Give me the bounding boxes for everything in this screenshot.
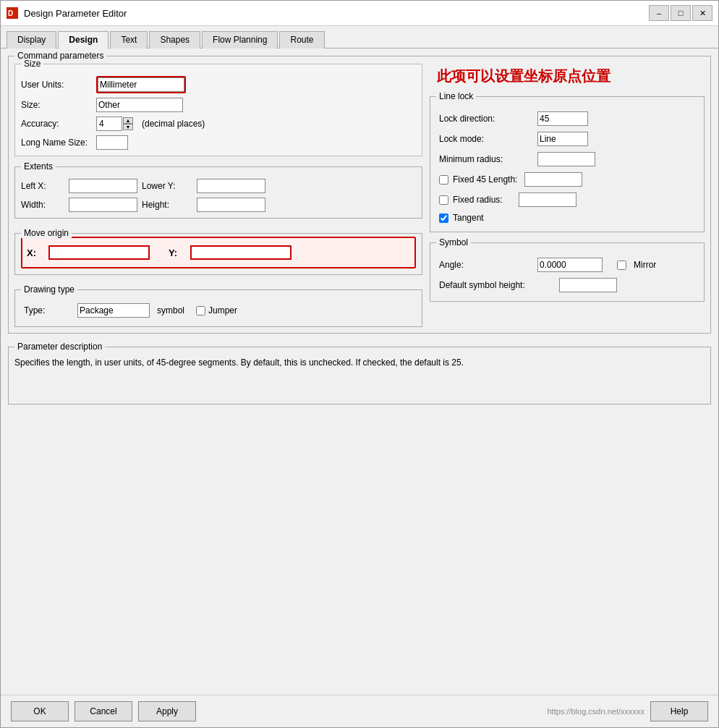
main-two-col: Size User Units: Millimeter Inch Mil xyxy=(14,64,705,327)
size-select[interactable]: Other A B C D E A0 A1 A2 A3 xyxy=(96,98,183,112)
type-select[interactable]: Package Module Board xyxy=(77,303,150,318)
fixed-radius-checkbox[interactable] xyxy=(439,195,448,205)
close-button[interactable]: ✕ xyxy=(692,5,712,21)
lock-mode-select[interactable]: Line Arc xyxy=(537,132,588,146)
type-label: Type: xyxy=(24,305,75,316)
tab-route[interactable]: Route xyxy=(279,31,324,48)
left-x-input[interactable]: -254.0000 xyxy=(69,179,137,193)
mirror-checkbox[interactable] xyxy=(617,261,626,270)
accuracy-row: Accuracy: 4 ▲ ▼ (decimal places) xyxy=(21,117,416,131)
tangent-checkbox[interactable] xyxy=(439,213,448,223)
angle-select-wrap[interactable]: 0.0000 45.0000 90.0000 180.0000 270.0000 xyxy=(537,258,603,272)
height-input[interactable]: 1778.0000 xyxy=(197,198,265,212)
lock-mode-label: Lock mode: xyxy=(439,134,533,144)
jumper-checkbox[interactable] xyxy=(196,306,205,316)
maximize-button[interactable]: □ xyxy=(671,5,691,21)
user-units-row: User Units: Millimeter Inch Mil xyxy=(21,76,416,93)
minimize-button[interactable]: – xyxy=(649,5,669,21)
default-height-input[interactable]: 3.8100 xyxy=(559,278,617,292)
tab-display[interactable]: Display xyxy=(7,31,56,48)
lock-dir-select[interactable]: 45 90 0 Any xyxy=(537,111,588,126)
y-input[interactable]: 0.00 xyxy=(190,245,292,260)
x-label: X: xyxy=(27,247,41,258)
fixed45-row: Fixed 45 Length: 0.6350 xyxy=(439,172,695,187)
accuracy-spin-btns: ▲ ▼ xyxy=(123,117,133,130)
x-input[interactable]: 0.00 xyxy=(48,245,150,260)
tab-content: Command parameters Size User Units: xyxy=(1,48,718,695)
fixed45-checkbox[interactable] xyxy=(439,175,448,185)
accuracy-label: Accuracy: xyxy=(21,119,93,129)
right-column: 此项可以设置坐标原点位置 Line lock Lock direction: 4… xyxy=(430,64,705,327)
fixed45-label: Fixed 45 Length: xyxy=(453,174,517,185)
user-units-label: User Units: xyxy=(21,80,93,90)
svg-text:D: D xyxy=(8,9,13,17)
bottom-bar: OK Cancel Apply https://blog.csdn.net/xx… xyxy=(1,695,718,727)
apply-button[interactable]: Apply xyxy=(138,701,196,721)
size-label: Size: xyxy=(21,100,93,110)
angle-select[interactable]: 0.0000 45.0000 90.0000 180.0000 270.0000 xyxy=(537,258,603,272)
long-name-label: Long Name Size: xyxy=(21,137,93,148)
width-label: Width: xyxy=(21,200,64,210)
height-label: Height: xyxy=(142,200,192,210)
accuracy-down-btn[interactable]: ▼ xyxy=(123,124,133,130)
size-group-label: Size xyxy=(21,59,43,69)
lower-y-label: Lower Y: xyxy=(142,181,192,191)
ok-button[interactable]: OK xyxy=(11,701,69,721)
param-desc-legend: Parameter description xyxy=(14,342,105,352)
line-lock-group: Line lock Lock direction: 45 90 0 Any xyxy=(430,96,705,232)
app-icon: D xyxy=(7,7,18,19)
annotation-text: 此项可以设置坐标原点位置 xyxy=(437,67,705,86)
move-origin-group: Move origin X: 0.00 Y: 0.00 xyxy=(14,233,422,275)
lock-dir-wrap[interactable]: 45 90 0 Any xyxy=(537,111,588,126)
size-row: Size: Other A B C D E A0 xyxy=(21,98,416,112)
accuracy-spin: 4 ▲ ▼ xyxy=(96,117,133,131)
fixed-radius-input[interactable]: 0.6350 xyxy=(519,192,577,207)
extents-row2: Width: 1778.0000 Height: 1778.0000 xyxy=(21,198,416,212)
size-select-wrap[interactable]: Other A B C D E A0 A1 A2 A3 xyxy=(96,98,183,112)
fixed45-input[interactable]: 0.6350 xyxy=(524,172,582,187)
lock-mode-row: Lock mode: Line Arc xyxy=(439,132,695,146)
cancel-button[interactable]: Cancel xyxy=(75,701,132,721)
drawing-type-label: Drawing type xyxy=(21,284,77,295)
tab-design[interactable]: Design xyxy=(58,31,109,48)
type-select-wrap[interactable]: Package Module Board xyxy=(77,303,150,318)
main-window: D Design Parameter Editor – □ ✕ Display … xyxy=(0,0,719,728)
lock-mode-wrap[interactable]: Line Arc xyxy=(537,132,588,146)
angle-row: Angle: 0.0000 45.0000 90.0000 180.0000 2… xyxy=(439,258,695,272)
help-button[interactable]: Help xyxy=(650,701,708,721)
drawing-type-group: Drawing type Type: Package Module Board xyxy=(14,289,422,327)
lock-dir-row: Lock direction: 45 90 0 Any xyxy=(439,111,695,126)
symbol-group-label: Symbol xyxy=(436,237,471,247)
user-units-select-wrap[interactable]: Millimeter Inch Mil xyxy=(96,76,186,93)
tangent-label: Tangent xyxy=(453,213,484,223)
mirror-label: Mirror xyxy=(634,260,656,270)
jumper-label: Jumper xyxy=(208,305,237,316)
y-label: Y: xyxy=(169,247,183,258)
tab-shapes[interactable]: Shapes xyxy=(149,31,200,48)
param-desc-text: Specifies the length, in user units, of … xyxy=(14,356,705,369)
title-bar-controls: – □ ✕ xyxy=(649,5,712,21)
accuracy-suffix: (decimal places) xyxy=(142,119,205,129)
accuracy-input[interactable]: 4 xyxy=(96,117,122,131)
tab-flow-planning[interactable]: Flow Planning xyxy=(202,31,278,48)
width-input[interactable]: 1778.0000 xyxy=(69,198,137,212)
default-height-row: Default symbol height: 3.8100 xyxy=(439,278,695,292)
accuracy-up-btn[interactable]: ▲ xyxy=(123,117,133,124)
tab-text[interactable]: Text xyxy=(110,31,148,48)
fixed-radius-row: Fixed radius: 0.6350 xyxy=(439,192,695,207)
long-name-row: Long Name Size: 31 xyxy=(21,135,416,150)
origin-inputs-row: X: 0.00 Y: 0.00 xyxy=(21,237,416,268)
min-radius-input[interactable]: 0.0000 xyxy=(537,152,595,166)
drawing-type-row: Type: Package Module Board symbol Jumpe xyxy=(24,303,413,318)
left-column: Size User Units: Millimeter Inch Mil xyxy=(14,64,422,327)
title-bar: D Design Parameter Editor – □ ✕ xyxy=(1,1,718,26)
angle-label: Angle: xyxy=(439,260,533,270)
lower-y-input[interactable]: -254.0000 xyxy=(197,179,265,193)
watermark: https://blog.csdn.net/xxxxxx xyxy=(202,707,644,716)
window-title: Design Parameter Editor xyxy=(24,8,643,19)
symbol-group: Symbol Angle: 0.0000 45.0000 90.0000 180… xyxy=(430,242,705,302)
left-x-label: Left X: xyxy=(21,181,64,191)
long-name-input[interactable]: 31 xyxy=(96,135,128,150)
user-units-select[interactable]: Millimeter Inch Mil xyxy=(98,77,184,92)
fixed-radius-label: Fixed radius: xyxy=(453,195,503,205)
